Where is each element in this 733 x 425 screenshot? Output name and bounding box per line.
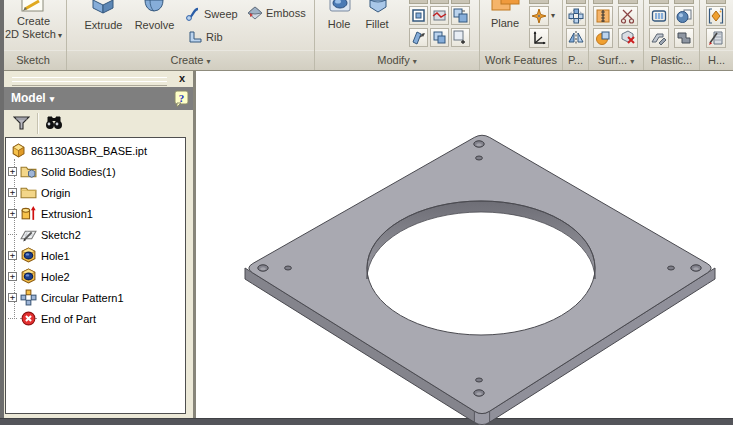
tree-item-origin[interactable]: + Origin <box>8 182 70 203</box>
tree-expander[interactable]: + <box>8 251 17 260</box>
ribbon-panel-sketch: Create 2D Sketch ▾ Sketch <box>0 0 67 70</box>
sketch-driven-button[interactable] <box>706 28 726 48</box>
insert-ifeature-icon <box>708 8 724 24</box>
cut-button-sliver <box>451 0 470 4</box>
rest-button[interactable] <box>674 28 694 48</box>
chevron-down-icon: ▾ <box>50 94 55 104</box>
browser-title: Model <box>11 91 46 105</box>
boundary-patch-button[interactable] <box>593 28 613 48</box>
tree-item-solid-bodies[interactable]: + Solid Bodies(1) <box>8 161 116 182</box>
delete-face-button[interactable] <box>618 28 638 48</box>
revolve-icon <box>141 0 167 14</box>
boss-button[interactable] <box>674 6 694 26</box>
sweep-icon <box>186 6 201 21</box>
shell-button[interactable] <box>409 6 428 25</box>
lip-icon <box>651 30 667 46</box>
grab-line <box>12 81 167 86</box>
tree-item-hole2[interactable]: + Hole2 <box>8 266 70 287</box>
solid-bodies-folder-icon <box>20 163 37 180</box>
grill-button[interactable] <box>649 6 669 26</box>
mirror-button[interactable] <box>566 28 586 48</box>
delete-face-icon <box>620 30 636 46</box>
part-model[interactable] <box>245 135 715 425</box>
point-icon <box>531 8 547 24</box>
shell-icon <box>411 8 426 23</box>
lip-button[interactable] <box>649 28 669 48</box>
ucs-button[interactable] <box>529 28 549 48</box>
tree-item-circular-pattern1[interactable]: + Circular Pattern1 <box>8 287 124 308</box>
cut-button-sliver <box>529 0 549 4</box>
tree-expander[interactable]: + <box>8 167 17 176</box>
boss-icon <box>676 8 692 24</box>
copy-object-icon <box>453 8 468 23</box>
3d-viewport[interactable] <box>196 71 733 425</box>
browser-header[interactable]: Model▾ ? <box>4 87 193 110</box>
stitch-button[interactable] <box>593 6 613 26</box>
close-icon[interactable]: x <box>179 72 185 84</box>
ribbon-panel-create: Extrude Revolve Sweep Rib <box>67 0 315 70</box>
corner-hole-highlight <box>476 392 482 395</box>
tree-item-sketch2[interactable]: Sketch2 <box>8 224 81 245</box>
ribbon-panel-modify: Hole Fillet <box>315 0 480 70</box>
point-dropdown-arrow[interactable]: ▾ <box>551 11 555 20</box>
point-button[interactable] <box>529 6 549 26</box>
corner-hole-small <box>476 156 483 160</box>
move-face-button[interactable] <box>451 28 470 47</box>
split-button[interactable] <box>430 6 449 25</box>
find-icon[interactable] <box>44 114 64 132</box>
tree-expander[interactable]: + <box>8 209 17 218</box>
combine-icon <box>432 30 447 45</box>
emboss-icon <box>247 5 263 21</box>
chevron-down-icon: ▾ <box>630 57 634 66</box>
corner-hole-small <box>668 266 675 270</box>
fillet-icon <box>366 0 390 13</box>
hole-feature-icon <box>20 268 37 285</box>
model-tree: 861130ASBR_BASE.ipt + Solid Bodies(1) + … <box>5 137 186 414</box>
trim-icon <box>620 8 636 24</box>
tree-item-root[interactable]: 861130ASBR_BASE.ipt <box>10 140 147 161</box>
cut-button-sliver <box>618 0 638 4</box>
insert-ifeature-button[interactable] <box>706 6 726 26</box>
circular-pattern-button[interactable] <box>566 6 586 26</box>
tree-item-end-of-part[interactable]: End of Part <box>8 308 96 329</box>
move-face-icon <box>453 30 468 45</box>
tree-expander[interactable]: + <box>8 188 17 197</box>
combine-button[interactable] <box>430 28 449 47</box>
circular-pattern-feature-icon <box>20 289 37 306</box>
panel-title-modify[interactable]: Modify▾ <box>315 50 479 70</box>
corner-hole-small <box>476 378 483 382</box>
cut-button-sliver <box>430 0 449 4</box>
panel-title-surface[interactable]: Surf...▾ <box>589 50 643 70</box>
trim-button[interactable] <box>618 6 638 26</box>
thicken-offset-button[interactable] <box>409 28 428 47</box>
hole-icon <box>328 0 352 13</box>
tree-expander[interactable]: + <box>8 293 17 302</box>
boundary-patch-icon <box>595 30 611 46</box>
toolbar-separator <box>37 113 39 134</box>
corner-hole-highlight <box>260 267 266 270</box>
cut-button-sliver <box>566 0 586 4</box>
ribbon-panel-pattern: P... <box>563 0 589 70</box>
copy-object-button[interactable] <box>451 6 470 25</box>
panel-title-work-features: Work Features <box>480 50 562 70</box>
thicken-offset-icon <box>411 30 426 45</box>
filter-icon[interactable] <box>13 115 30 132</box>
chevron-down-icon: ▾ <box>56 31 62 40</box>
ribbon-panel-harness: H... <box>700 0 733 70</box>
folder-icon <box>20 184 37 201</box>
tree-expander[interactable]: + <box>8 272 17 281</box>
end-of-part-icon <box>20 310 37 327</box>
mirror-icon <box>568 30 584 46</box>
tree-branch-line <box>8 234 17 235</box>
cut-button-sliver <box>674 0 694 4</box>
ucs-icon <box>531 30 547 46</box>
tree-item-hole1[interactable]: + Hole1 <box>8 245 70 266</box>
extrude-icon <box>90 0 116 14</box>
window-edge <box>0 0 4 418</box>
panel-title-create[interactable]: Create▾ <box>67 50 314 70</box>
help-icon[interactable]: ? <box>174 90 189 107</box>
stitch-icon <box>595 8 611 24</box>
tree-item-extrusion1[interactable]: + Extrusion1 <box>8 203 93 224</box>
model-browser-panel: x Model▾ ? <box>0 71 196 418</box>
extrusion-icon <box>20 205 37 222</box>
